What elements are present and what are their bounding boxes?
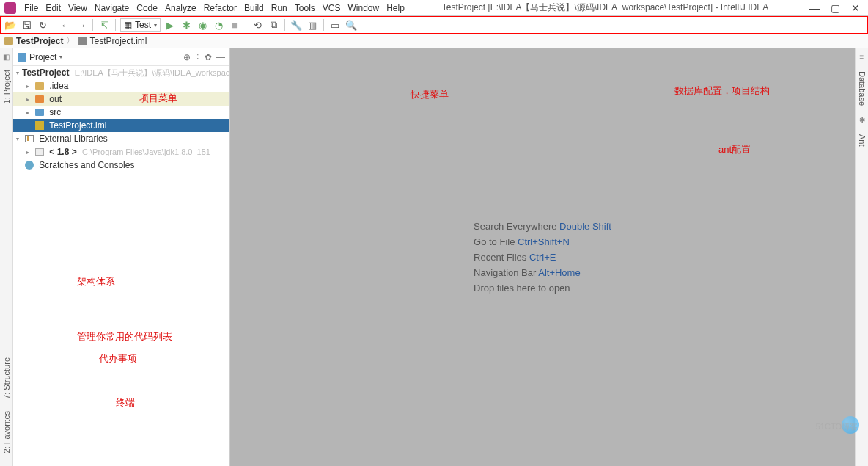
run-config-icon: ▦ [124, 20, 132, 30]
tree-ext-lib[interactable]: ▾ External Libraries [13, 132, 229, 145]
folder-icon [35, 109, 44, 116]
project-panel-icon [18, 53, 26, 62]
jdk-icon [35, 148, 44, 156]
tree-src[interactable]: ▸ src [13, 106, 229, 119]
open-icon[interactable]: 📂 [4, 18, 17, 32]
tab-ant[interactable]: Ant [858, 131, 867, 150]
menu-analyze[interactable]: Analyze [161, 3, 200, 13]
menu-vcs[interactable]: VCS [319, 3, 345, 13]
tree-scratches[interactable]: Scratches and Consoles [13, 159, 229, 172]
profile-icon[interactable]: ◔ [212, 18, 225, 32]
chevron-down-icon: ▾ [154, 22, 157, 29]
menu-file[interactable]: File [21, 3, 42, 13]
menu-build[interactable]: Build [240, 3, 268, 13]
back-icon[interactable]: ← [59, 18, 72, 32]
minimize-button[interactable]: ― [811, 4, 818, 12]
tab-database[interactable]: Database [858, 68, 867, 109]
menu-window[interactable]: Window [344, 3, 383, 13]
library-icon [25, 135, 34, 142]
debug-icon[interactable]: ✱ [180, 18, 193, 32]
db-icon[interactable]: ≡ [860, 53, 864, 61]
tab-structure[interactable]: 7: Structure [2, 354, 11, 402]
left-tool-strip: ◧ 1: Project 7: Structure 2: Favorites [0, 48, 13, 466]
target-icon[interactable]: ⊕ [183, 52, 191, 62]
hide-icon[interactable]: — [216, 52, 225, 62]
project-panel-header: Project ▾ ⊕ ÷ ✿ — [13, 48, 229, 66]
run-config-label: Test [135, 20, 151, 30]
update-icon[interactable]: ⟲ [251, 18, 264, 32]
menu-navigate[interactable]: Navigate [91, 3, 133, 13]
tab-project[interactable]: 1: Project [2, 67, 11, 106]
file-icon [35, 121, 44, 130]
ant-icon[interactable]: ✱ [859, 116, 865, 124]
build-icon[interactable]: ↸ [98, 18, 111, 32]
window-buttons: ― ▢ ✕ [802, 4, 868, 12]
navigation-bar[interactable]: TestProject 〉 TestProject.iml [0, 34, 868, 48]
folder-icon [4, 37, 13, 45]
editor-empty-state[interactable]: Search Everywhere Double Shift Go to Fil… [230, 48, 855, 466]
project-panel-title[interactable]: Project [29, 52, 56, 62]
search-icon[interactable]: 🔍 [345, 18, 358, 32]
scratch-icon [25, 161, 34, 170]
breadcrumb-file[interactable]: TestProject.iml [89, 36, 147, 46]
settings-icon[interactable]: 🔧 [290, 18, 303, 32]
file-icon [78, 37, 87, 45]
close-button[interactable]: ✕ [852, 4, 859, 12]
device-icon[interactable]: ▭ [328, 18, 342, 32]
project-tool-window: Project ▾ ⊕ ÷ ✿ — ▾ TestProject E:\IDEA【… [13, 48, 230, 466]
menu-view[interactable]: View [65, 3, 91, 13]
app-icon [4, 2, 16, 14]
tree-iml[interactable]: TestProject.iml [13, 119, 229, 132]
run-icon[interactable]: ▶ [163, 18, 177, 32]
menu-tools[interactable]: Tools [291, 3, 319, 13]
menu-edit[interactable]: Edit [42, 3, 65, 13]
save-icon[interactable]: 🖫 [20, 18, 33, 32]
menu-help[interactable]: Help [383, 3, 408, 13]
menu-bar: File Edit View Navigate Code Analyze Ref… [0, 0, 868, 16]
collapse-icon[interactable]: ÷ [195, 52, 200, 62]
coverage-icon[interactable]: ◉ [196, 18, 209, 32]
chevron-down-icon[interactable]: ▾ [59, 54, 62, 60]
project-structure-icon[interactable]: ▥ [306, 18, 319, 32]
tree-root[interactable]: ▾ TestProject E:\IDEA【马士兵说】\源码\IDEA_work… [13, 66, 229, 79]
menu-code[interactable]: Code [133, 3, 161, 13]
stop-icon[interactable]: ■ [228, 18, 241, 32]
window-title: TestProject [E:\IDEA【马士兵说】\源码\IDEA_works… [408, 1, 802, 14]
project-tab-icon[interactable]: ◧ [3, 53, 10, 61]
menu-refactor[interactable]: Refactor [200, 3, 240, 13]
commit-icon[interactable]: ⧉ [267, 18, 280, 32]
forward-icon[interactable]: → [75, 18, 88, 32]
tree-out[interactable]: ▸ out [13, 92, 229, 106]
breadcrumb-root[interactable]: TestProject [16, 36, 63, 46]
run-config-selector[interactable]: ▦ Test ▾ [120, 18, 161, 32]
tree-idea[interactable]: ▸ .idea [13, 79, 229, 92]
breadcrumb-separator: 〉 [66, 34, 75, 47]
folder-icon [35, 95, 44, 103]
refresh-icon[interactable]: ↻ [36, 18, 49, 32]
tree-jdk[interactable]: ▸ < 1.8 > C:\Program Files\Java\jdk1.8.0… [13, 145, 229, 159]
main-toolbar: 📂 🖫 ↻ ← → ↸ ▦ Test ▾ ▶ ✱ ◉ ◔ ■ ⟲ ⧉ 🔧 ▥ ▭… [0, 16, 868, 34]
folder-icon [35, 82, 44, 90]
tab-favorites[interactable]: 2: Favorites [2, 408, 11, 456]
right-tool-strip: ≡ Database ✱ Ant [855, 48, 868, 466]
gear-icon[interactable]: ✿ [205, 52, 212, 62]
menu-run[interactable]: Run [268, 3, 291, 13]
editor-hints: Search Everywhere Double Shift Go to Fil… [474, 216, 611, 298]
watermark: 51CTO博客 [816, 421, 858, 432]
project-tree[interactable]: ▾ TestProject E:\IDEA【马士兵说】\源码\IDEA_work… [13, 66, 229, 172]
maximize-button[interactable]: ▢ [831, 4, 839, 12]
